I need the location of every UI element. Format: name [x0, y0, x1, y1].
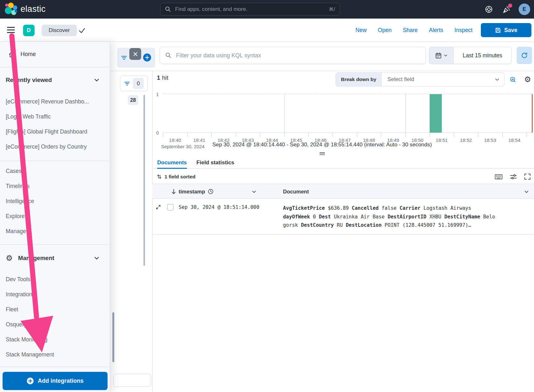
display-options-icon[interactable] [510, 173, 517, 180]
x-axis-tickmark [357, 133, 357, 137]
x-axis-tickmark [333, 133, 333, 137]
help-button[interactable] [484, 4, 494, 14]
sidebar-item-timelines[interactable]: Timelines [0, 179, 110, 194]
sidebar-item-home[interactable]: Home [0, 42, 110, 67]
tab-field-statistics[interactable]: Field statistics [197, 157, 234, 168]
result-tabs: DocumentsField statistics [152, 157, 534, 169]
sidebar-item-cases[interactable]: Cases [0, 164, 110, 179]
close-icon [133, 52, 138, 57]
column-header-timestamp[interactable]: timestamp [171, 184, 214, 199]
gear-icon: ⚙ [6, 254, 13, 262]
close-button[interactable] [129, 48, 141, 60]
toolbar-links: NewOpenShareAlertsInspect [355, 19, 473, 42]
fullscreen-icon[interactable] [524, 173, 531, 180]
save-label: Save [504, 27, 517, 34]
time-range-value[interactable]: Last 15 minutes [454, 47, 511, 64]
time-range-picker[interactable]: Last 15 minutes [429, 47, 512, 64]
recently-viewed-header[interactable]: Recently viewed [0, 73, 110, 87]
breakdown-select[interactable]: Break down by Select field [336, 72, 505, 86]
chevron-down-icon [495, 73, 504, 86]
x-axis-tickmark [260, 133, 260, 137]
global-header: elastic Find apps, content, and more. ⌘/ [0, 0, 534, 19]
toolbar-link-share[interactable]: Share [403, 27, 418, 34]
x-axis-tickmark [187, 133, 188, 137]
toolbar-link-inspect[interactable]: Inspect [455, 27, 473, 34]
add-integrations-button[interactable]: Add integrations [3, 372, 108, 390]
brand-name: elastic [20, 4, 46, 14]
sort-summary-button[interactable]: 1 field sorted [157, 169, 195, 184]
x-axis-tickmark [381, 133, 381, 137]
home-icon [8, 51, 16, 58]
divider [0, 161, 110, 161]
expand-row-icon[interactable] [156, 204, 161, 211]
toolbar-link-alerts[interactable]: Alerts [429, 27, 443, 34]
chart-settings-button[interactable]: ⚙ [522, 74, 533, 85]
breadcrumb-discover[interactable]: Discover [42, 25, 77, 36]
breakdown-value[interactable]: Select field [382, 73, 495, 86]
global-search-placeholder: Find apps, content, and more. [175, 6, 325, 12]
chart-gridline [284, 94, 285, 133]
histogram-chart[interactable]: 1 0 September 30, 2024 18:4018:4118:4218… [163, 94, 532, 133]
x-axis-tickmark [527, 133, 527, 137]
document-line: AvgTicketPrice $636.89 Cancelled false C… [283, 204, 507, 213]
keyboard-icon[interactable] [495, 173, 503, 180]
calendar-button[interactable] [429, 47, 454, 64]
sidebar-item-intelligence[interactable]: Intelligence [0, 194, 110, 209]
toolbar-link-open[interactable]: Open [378, 27, 392, 34]
space-badge[interactable]: D [23, 25, 35, 36]
row-checkbox[interactable] [167, 204, 174, 210]
sidebar-item-fleet[interactable]: Fleet [0, 302, 110, 317]
divider [0, 244, 110, 245]
gear-icon: ⚙ [524, 76, 531, 83]
tab-documents[interactable]: Documents [157, 157, 187, 168]
document-line: dayOfWeek 0 Dest Ukrainka Air Base DestA… [283, 213, 507, 221]
kql-placeholder: Filter your data using KQL syntax [176, 52, 261, 59]
add-integrations-label: Add integrations [38, 378, 84, 384]
breakdown-label: Break down by [336, 73, 382, 86]
management-header[interactable]: ⚙ Management [0, 251, 110, 265]
elastic-logo[interactable]: elastic [4, 3, 46, 15]
sidebar-item-explore[interactable]: Explore [0, 209, 110, 224]
y-axis-label-min: 0 [156, 130, 159, 135]
recent-item-flights-global-flight-dashboard[interactable]: [Flights] Global Flight Dashboard [0, 124, 110, 139]
sidebar-item-dev-tools[interactable]: Dev Tools [0, 272, 110, 287]
sidebar-item-stack-monitoring[interactable]: Stack Monitoring [0, 332, 110, 347]
clock-icon [208, 189, 214, 194]
kql-query-input[interactable]: Filter your data using KQL syntax [160, 47, 426, 64]
save-icon [495, 27, 501, 33]
resize-handle[interactable] [320, 152, 325, 155]
sidebar-item-integrations[interactable]: Integrations [0, 287, 110, 302]
column-header-document[interactable]: Document [283, 184, 309, 199]
x-axis-tickmark [284, 133, 285, 137]
add-field-button[interactable] [143, 53, 151, 61]
user-avatar[interactable]: E [519, 4, 530, 15]
chart-suggestions-button[interactable] [508, 74, 518, 85]
header-actions: E [484, 0, 530, 19]
grid-toolbar: 1 field sorted [152, 169, 534, 184]
chevron-down-icon[interactable] [524, 184, 529, 199]
x-axis-tickmark [454, 133, 454, 137]
save-button[interactable]: Save [481, 23, 531, 37]
field-filters-button[interactable]: 0 [120, 76, 148, 91]
sidebar-item-osquery[interactable]: Osquery [0, 317, 110, 332]
x-axis-tickmark [308, 133, 309, 137]
check-icon [78, 27, 85, 35]
chevron-down-icon[interactable] [252, 184, 256, 199]
field-list-scrollbar[interactable] [143, 95, 145, 266]
histogram-bar[interactable] [430, 94, 442, 133]
x-axis-tickmark [211, 133, 212, 137]
filter-icon [121, 55, 127, 62]
sidebar-item-stack-management[interactable]: Stack Management [0, 347, 110, 362]
menu-button[interactable] [7, 27, 15, 33]
recent-item-logs-web-traffic[interactable]: [Logs] Web Traffic [0, 109, 110, 124]
field-search-input[interactable] [113, 374, 151, 387]
toolbar-link-new[interactable]: New [355, 27, 367, 34]
search-shortcut: ⌘/ [329, 6, 335, 12]
newsfeed-button[interactable] [501, 4, 511, 14]
sidebar-scrollbar[interactable] [112, 312, 114, 362]
global-search-input[interactable]: Find apps, content, and more. ⌘/ [160, 3, 340, 16]
recent-item-ecommerce-revenue-dashbo[interactable]: [eCommerce] Revenue Dashbo... [0, 94, 110, 109]
refresh-button[interactable] [517, 47, 532, 64]
recent-item-ecommerce-orders-by-country[interactable]: [eCommerce] Orders by Country [0, 139, 110, 154]
sidebar-item-manage[interactable]: Manage [0, 224, 110, 239]
